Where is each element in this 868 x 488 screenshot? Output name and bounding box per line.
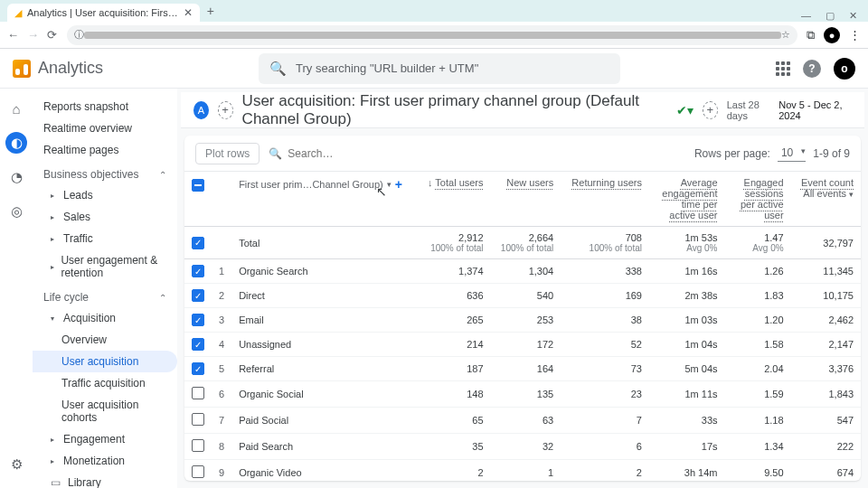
help-icon[interactable]: ?: [803, 60, 821, 78]
dimension-cell[interactable]: Paid Search: [231, 434, 417, 460]
caret-icon: ▸: [51, 213, 60, 221]
menu-icon[interactable]: ⋮: [849, 28, 861, 42]
add-filter-button[interactable]: +: [703, 101, 718, 119]
dimension-cell[interactable]: Unassigned: [231, 333, 417, 357]
row-checkbox[interactable]: ✓: [192, 265, 204, 277]
row-checkbox[interactable]: [192, 413, 204, 426]
row-checkbox[interactable]: ✓: [192, 362, 204, 375]
apps-icon[interactable]: [776, 61, 790, 76]
dimension-cell[interactable]: Email: [231, 308, 417, 333]
window-close-icon[interactable]: ✕: [849, 10, 857, 22]
reports-icon[interactable]: ◐: [5, 132, 27, 154]
row-checkbox[interactable]: ✓: [192, 289, 204, 302]
row-checkbox[interactable]: [192, 465, 204, 478]
caret-icon: ▸: [51, 235, 60, 243]
home-icon[interactable]: ⌂: [5, 98, 27, 119]
table-row: 6Organic Social148135231m 11s1.591,843: [184, 381, 861, 408]
row-checkbox[interactable]: ✓: [192, 237, 204, 249]
add-comparison-button[interactable]: +: [218, 101, 233, 119]
new-tab-button[interactable]: +: [200, 0, 222, 22]
sidebar-item-sales[interactable]: ▸Sales: [33, 206, 177, 228]
admin-icon[interactable]: ⚙: [5, 454, 27, 475]
window-maximize-icon[interactable]: ▢: [826, 10, 835, 22]
segment-badge[interactable]: A: [193, 101, 209, 119]
rows-per-page-select[interactable]: 10: [778, 145, 806, 162]
global-search[interactable]: 🔍 Try searching "URL builder + UTM": [259, 53, 620, 84]
dimension-cell[interactable]: Referral: [231, 357, 417, 381]
dimension-cell[interactable]: Organic Social: [231, 381, 417, 408]
sidebar-item-overview[interactable]: Overview: [33, 329, 177, 351]
dimension-cell[interactable]: Paid Social: [231, 408, 417, 434]
data-table: First user prim…Channel Group) ▾ + ↓ Tot…: [184, 172, 861, 481]
table-toolbar: Plot rows 🔍 Rows per page: 10 1-9 of 9: [184, 136, 861, 172]
ga-logo[interactable]: Analytics: [13, 59, 103, 78]
url-input[interactable]: ⓘ ☆: [67, 25, 797, 45]
sidebar-item-traffic-acquisition[interactable]: Traffic acquisition: [33, 372, 177, 394]
sidebar-item-reports-snapshot[interactable]: Reports snapshot: [33, 96, 177, 117]
dimension-cell[interactable]: Organic Video: [231, 460, 417, 482]
row-checkbox[interactable]: [192, 387, 204, 399]
sidebar-item-user-acq-cohorts[interactable]: User acquisition cohorts: [33, 394, 177, 428]
add-dimension-button[interactable]: +: [395, 177, 402, 192]
date-range-picker[interactable]: Last 28 days Nov 5 - Dec 2, 2024: [727, 99, 852, 121]
user-avatar[interactable]: o: [834, 58, 855, 80]
sidebar-item-engagement[interactable]: ▸Engagement: [33, 428, 177, 450]
sidebar-item-traffic[interactable]: ▸Traffic: [33, 228, 177, 249]
col-event-count[interactable]: Event count: [801, 177, 854, 188]
col-avg-engagement[interactable]: Average engagement time per active user: [662, 177, 717, 221]
sidebar-heading-business[interactable]: Business objectives⌃: [33, 161, 177, 184]
pagination-range: 1-9 of 9: [813, 147, 850, 160]
row-checkbox[interactable]: ✓: [192, 338, 204, 351]
sidebar-item-engagement-retention[interactable]: ▸User engagement & retention: [33, 249, 177, 284]
window-minimize-icon[interactable]: —: [801, 10, 811, 22]
sidebar-item-monetization[interactable]: ▸Monetization: [33, 450, 177, 472]
site-info-icon[interactable]: ⓘ: [74, 28, 84, 42]
dimension-cell[interactable]: Direct: [231, 284, 417, 308]
sidebar-item-realtime-pages[interactable]: Realtime pages: [33, 139, 177, 161]
caret-icon: ▸: [51, 263, 57, 271]
browser-tab[interactable]: ◢ Analytics | User acquisition: Firs… ✕: [7, 4, 200, 22]
col-engaged-sessions[interactable]: Engaged sessions per active user: [741, 177, 784, 221]
dimension-cell[interactable]: Organic Search: [231, 259, 417, 284]
row-checkbox[interactable]: [192, 439, 204, 452]
table-row: 8Paid Search3532617s1.34222: [184, 434, 861, 460]
select-all-checkbox[interactable]: [192, 179, 204, 192]
table-search-input[interactable]: [288, 147, 423, 160]
bookmark-icon[interactable]: ☆: [781, 29, 790, 41]
rows-per-page-label: Rows per page:: [694, 147, 770, 160]
explore-icon[interactable]: ◔: [5, 166, 27, 188]
sidebar-item-library[interactable]: ▭Library: [33, 472, 177, 488]
table-row: ✓1Organic Search1,3741,3043381m 16s1.261…: [184, 259, 861, 284]
product-title: Analytics: [38, 59, 103, 78]
sidebar-item-user-acquisition[interactable]: User acquisition: [33, 351, 177, 372]
verified-icon[interactable]: ✔▾: [676, 103, 693, 117]
report-title: User acquisition: First user primary cha…: [242, 92, 667, 128]
row-checkbox[interactable]: ✓: [192, 314, 204, 326]
plot-rows-button[interactable]: Plot rows: [195, 143, 259, 164]
sidebar-item-realtime-overview[interactable]: Realtime overview: [33, 117, 177, 139]
data-table-card: Plot rows 🔍 Rows per page: 10 1-9 of 9: [184, 136, 861, 481]
profile-icon[interactable]: ●: [824, 27, 840, 43]
back-icon[interactable]: ←: [7, 28, 18, 42]
search-placeholder: Try searching "URL builder + UTM": [296, 61, 478, 75]
chevron-down-icon[interactable]: ▾: [387, 180, 392, 189]
dimension-selector[interactable]: First user prim…Channel Group): [239, 179, 383, 190]
ga-header: Analytics 🔍 Try searching "URL builder +…: [0, 49, 868, 89]
close-icon[interactable]: ✕: [184, 6, 193, 19]
sort-icon[interactable]: ↓: [428, 177, 433, 188]
advertising-icon[interactable]: ◎: [5, 201, 27, 222]
sidebar-heading-lifecycle[interactable]: Life cycle⌃: [33, 284, 177, 307]
col-total-users[interactable]: Total users: [435, 177, 483, 188]
table-row: ✓4Unassigned214172521m 04s1.582,147: [184, 333, 861, 357]
col-returning-users[interactable]: Returning users: [571, 177, 642, 188]
table-row: ✓5Referral187164735m 04s2.043,376: [184, 357, 861, 381]
forward-icon[interactable]: →: [27, 28, 38, 42]
extensions-icon[interactable]: ⧉: [807, 28, 815, 42]
reload-icon[interactable]: ⟳: [47, 28, 58, 42]
col-new-users[interactable]: New users: [506, 177, 553, 188]
table-row: ✓3Email265253381m 03s1.202,462: [184, 308, 861, 333]
sidebar-item-acquisition[interactable]: ▾Acquisition: [33, 307, 177, 329]
event-filter[interactable]: All events▾: [803, 188, 854, 199]
caret-icon: ▾: [51, 314, 60, 323]
sidebar-item-leads[interactable]: ▸Leads: [33, 184, 177, 206]
